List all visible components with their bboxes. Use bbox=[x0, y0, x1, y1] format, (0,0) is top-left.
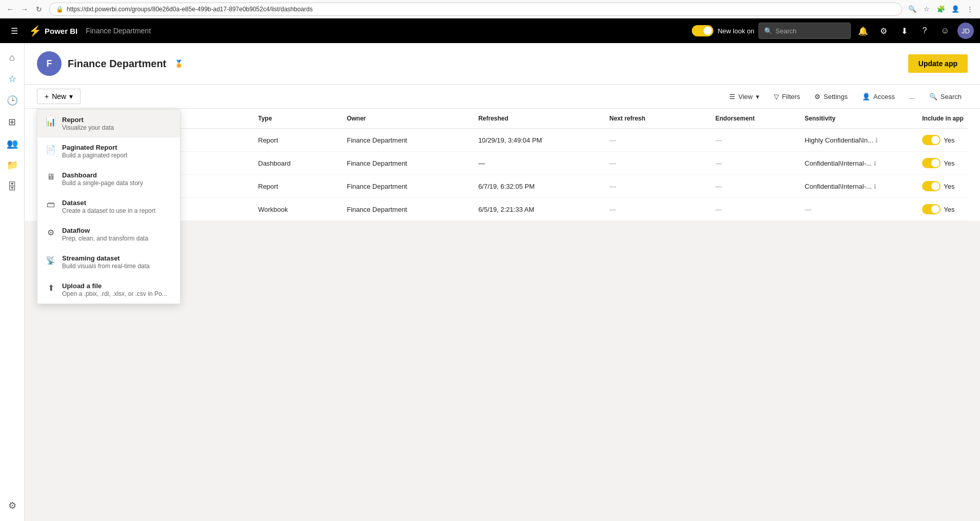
cell-endorsement-0: — bbox=[711, 129, 801, 152]
toolbar: + New ▾ ☰ View ▾ ▽ Filters ⚙ Settings 👤 … bbox=[25, 85, 980, 109]
sidebar-item-shared[interactable]: 👥 bbox=[2, 133, 23, 154]
more-button[interactable]: ... bbox=[903, 90, 921, 104]
settings-icon[interactable]: ⚙ bbox=[875, 23, 892, 39]
include-toggle-3[interactable] bbox=[922, 204, 941, 214]
sidebar-item-apps[interactable]: ⊞ bbox=[2, 112, 23, 132]
update-app-button[interactable]: Update app bbox=[908, 54, 968, 73]
zoom-icon[interactable]: 🔍 bbox=[906, 3, 918, 15]
dataset-icon: 🗃 bbox=[46, 199, 56, 210]
dashboard-desc: Build a single-page data story bbox=[62, 179, 143, 187]
include-toggle-2[interactable] bbox=[922, 181, 941, 191]
dropdown-item-dashboard-text: Dashboard Build a single-page data story bbox=[62, 171, 143, 187]
person-icon: 👤 bbox=[862, 93, 870, 101]
dashboard-icon: 🖥 bbox=[46, 172, 56, 182]
dashboard-title: Dashboard bbox=[62, 171, 143, 179]
dropdown-item-paginated-text: Paginated Report Build a paginated repor… bbox=[62, 144, 127, 159]
star-icon[interactable]: ☆ bbox=[921, 3, 933, 15]
info-icon-0[interactable]: ℹ bbox=[875, 137, 878, 144]
cell-sensitivity-1: Confidential\Internal-...ℹ bbox=[801, 152, 918, 175]
refresh-button[interactable]: ↻ bbox=[33, 3, 45, 15]
new-look-toggle[interactable]: New look on bbox=[692, 25, 754, 36]
powerbi-logo: ⚡ Power BI bbox=[29, 25, 77, 37]
more-icon: ... bbox=[909, 93, 915, 101]
col-header-include-in-app[interactable]: Include in app bbox=[918, 109, 968, 129]
back-button[interactable]: ← bbox=[4, 3, 16, 15]
more-browser-icon[interactable]: ⋮ bbox=[964, 3, 976, 15]
cell-next-refresh-0: — bbox=[605, 129, 711, 152]
dropdown-item-upload[interactable]: ⬆ Upload a file Open a .pbix, .rdl, .xls… bbox=[37, 276, 180, 304]
new-look-label: New look on bbox=[717, 27, 754, 35]
access-label: Access bbox=[873, 93, 895, 101]
cell-type-0: Report bbox=[254, 129, 343, 152]
dropdown-item-report[interactable]: 📊 Report Visualize your data bbox=[37, 110, 180, 137]
upload-icon: ⬆ bbox=[46, 283, 56, 293]
dropdown-item-dataflow[interactable]: ⚙ Dataflow Prep, clean, and transform da… bbox=[37, 221, 180, 248]
workspace-title: F Finance Department 🏅 bbox=[37, 51, 183, 76]
col-header-refreshed[interactable]: Refreshed bbox=[474, 109, 606, 129]
cell-include-1: Yes bbox=[918, 152, 968, 175]
view-chevron-icon: ▾ bbox=[756, 93, 759, 101]
plus-icon: + bbox=[45, 92, 49, 101]
sidebar-item-workspaces[interactable]: 📁 bbox=[2, 155, 23, 175]
include-label-2: Yes bbox=[944, 183, 954, 190]
access-button[interactable]: 👤 Access bbox=[856, 90, 901, 104]
view-button[interactable]: ☰ View ▾ bbox=[723, 90, 766, 104]
include-toggle-1[interactable] bbox=[922, 158, 941, 168]
global-search-box[interactable]: 🔍 Search bbox=[758, 23, 851, 39]
dropdown-item-dataset[interactable]: 🗃 Dataset Create a dataset to use in a r… bbox=[37, 193, 180, 221]
cell-include-0: Yes bbox=[918, 129, 968, 152]
hamburger-menu[interactable]: ☰ bbox=[6, 23, 23, 39]
new-look-switch[interactable] bbox=[692, 25, 713, 36]
workspace-avatar: F bbox=[37, 51, 62, 76]
info-icon-1[interactable]: ℹ bbox=[874, 160, 876, 167]
sidebar-item-recent[interactable]: 🕒 bbox=[2, 90, 23, 111]
filters-button[interactable]: ▽ Filters bbox=[768, 90, 806, 104]
view-icon: ☰ bbox=[729, 93, 735, 101]
lock-icon: 🔒 bbox=[56, 6, 64, 13]
address-bar[interactable]: 🔒 https://dxt.powerbi.com/groups/80e26d0… bbox=[49, 3, 902, 16]
info-icon-2[interactable]: ℹ bbox=[874, 183, 876, 190]
notification-icon[interactable]: 🔔 bbox=[855, 23, 871, 39]
titlebar-workspace-name: Finance Department bbox=[86, 27, 151, 35]
feedback-icon[interactable]: ☺ bbox=[937, 23, 953, 39]
col-header-next-refresh[interactable]: Next refresh bbox=[605, 109, 711, 129]
sidebar-item-home[interactable]: ⌂ bbox=[2, 47, 23, 68]
app-name: Power BI bbox=[45, 27, 77, 35]
sidebar-item-datasets[interactable]: 🗄 bbox=[2, 176, 23, 197]
col-header-owner[interactable]: Owner bbox=[343, 109, 474, 129]
help-icon[interactable]: ? bbox=[916, 23, 933, 39]
new-button[interactable]: + New ▾ bbox=[37, 89, 81, 104]
cell-owner-0: Finance Department bbox=[343, 129, 474, 152]
forward-button[interactable]: → bbox=[18, 3, 31, 15]
extension-icon[interactable]: 🧩 bbox=[935, 3, 947, 15]
profile-icon[interactable]: 👤 bbox=[949, 3, 962, 15]
cell-endorsement-3: — bbox=[711, 198, 801, 221]
cell-next-refresh-3: — bbox=[605, 198, 711, 221]
col-header-endorsement[interactable]: Endorsement bbox=[711, 109, 801, 129]
streaming-icon: 📡 bbox=[46, 255, 56, 265]
dropdown-item-dashboard[interactable]: 🖥 Dashboard Build a single-page data sto… bbox=[37, 165, 180, 193]
settings-button[interactable]: ⚙ Settings bbox=[808, 90, 854, 104]
user-avatar[interactable]: JD bbox=[957, 23, 974, 39]
paginated-report-title: Paginated Report bbox=[62, 144, 127, 151]
upload-desc: Open a .pbix, .rdl, .xlsx, or .csv in Po… bbox=[62, 290, 167, 297]
report-title: Report bbox=[62, 116, 114, 124]
sidebar-item-settings[interactable]: ⚙ bbox=[2, 495, 23, 516]
cell-sensitivity-2: Confidential\Internal-...ℹ bbox=[801, 175, 918, 198]
download-icon[interactable]: ⬇ bbox=[896, 23, 912, 39]
certified-icon: 🏅 bbox=[174, 59, 183, 68]
search-button[interactable]: 🔍 Search bbox=[923, 90, 968, 104]
cell-next-refresh-2: — bbox=[605, 175, 711, 198]
cell-refreshed-1: — bbox=[474, 152, 606, 175]
dropdown-item-streaming[interactable]: 📡 Streaming dataset Build visuals from r… bbox=[37, 248, 180, 276]
dropdown-item-paginated-report[interactable]: 📄 Paginated Report Build a paginated rep… bbox=[37, 137, 180, 165]
search-placeholder: Search bbox=[775, 27, 796, 35]
dropdown-item-upload-text: Upload a file Open a .pbix, .rdl, .xlsx,… bbox=[62, 282, 167, 297]
cell-next-refresh-1: — bbox=[605, 152, 711, 175]
new-label: New bbox=[52, 92, 66, 101]
chevron-down-icon: ▾ bbox=[69, 92, 73, 101]
sidebar-item-favorites[interactable]: ☆ bbox=[2, 69, 23, 89]
include-toggle-0[interactable] bbox=[922, 135, 941, 145]
col-header-type[interactable]: Type bbox=[254, 109, 343, 129]
col-header-sensitivity[interactable]: Sensitivity bbox=[801, 109, 918, 129]
